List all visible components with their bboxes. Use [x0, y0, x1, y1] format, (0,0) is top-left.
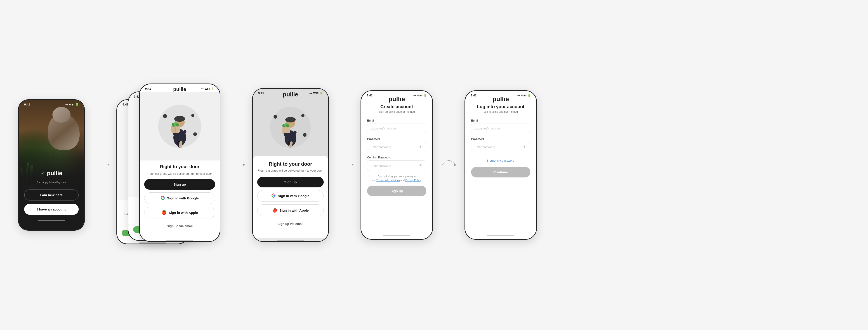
legal-text: By continuing, you are agreeing to our T… [367, 174, 426, 182]
brand-tagline: for happy & healthy cats [24, 181, 79, 184]
confirm-placeholder: Enter password [371, 164, 391, 167]
signup-button[interactable]: Sign up [144, 179, 215, 190]
password-placeholder: Enter password [371, 145, 391, 149]
time-5: 9:41 [258, 91, 264, 95]
have-account-button[interactable]: I have an account [24, 204, 79, 215]
wifi-icon: WiFi [69, 103, 74, 106]
home-indicator-5 [277, 240, 304, 241]
svg-point-50 [285, 117, 296, 122]
arrow-3 [338, 165, 351, 165]
screen5-bottom: Right to your door Fresh cat grass will … [253, 156, 328, 239]
email-input[interactable]: example@mail.com [367, 123, 426, 133]
screen-create-account: 9:41 ▪▪▪ WiFi 🔋 pullie Create account Si… [361, 90, 433, 240]
screen-welcome: 9:41 ▪▪▪ WiFi 🔋 [18, 99, 85, 231]
create-account-submit-button[interactable]: Sign up [367, 186, 426, 196]
login-email-input[interactable]: example@mail.com [471, 123, 530, 133]
confirm-label: Confirm Password [367, 156, 426, 159]
terms-link[interactable]: Terms and conditions [376, 179, 400, 182]
curved-arrow-svg [440, 154, 458, 176]
password-input[interactable]: Enter password 👁 [367, 142, 426, 152]
login-password-placeholder: Enter password [475, 145, 495, 149]
screen4-content: 9:41 ▪▪▪ WiFi 🔋 pullie [140, 84, 220, 241]
battery-icon-5: 🔋 [320, 92, 323, 94]
screen5-content: 9:41 ▪▪▪ WiFi 🔋 pullie [253, 89, 328, 241]
apple-signin-label: Sign in with Apple [168, 211, 198, 215]
i-am-new-button[interactable]: I am new here [24, 189, 79, 200]
screen4-desc: Fresh cat grass will be delivered right … [144, 171, 215, 176]
login-email-placeholder: example@mail.com [475, 127, 500, 130]
screen5-apple-button[interactable]: 🍎 Sign in with Apple [257, 204, 324, 216]
login-eye-icon[interactable]: 👁 [523, 145, 527, 149]
signal-icon-5: ▪▪▪ [309, 92, 312, 94]
screen6-subtitle[interactable]: Sign up using another method [367, 110, 426, 113]
svg-point-58 [286, 124, 289, 128]
status-bar-5: 9:41 ▪▪▪ WiFi 🔋 [253, 89, 328, 97]
screen5-desc: Fresh cat grass will be delivered right … [257, 168, 324, 173]
curved-arrow [440, 154, 458, 176]
svg-point-33 [174, 116, 185, 122]
screen7-subtitle[interactable]: Log in using another method [471, 110, 530, 113]
google-icon-2 [272, 194, 276, 198]
status-bar-6: 9:41 ▪▪▪ WiFi 🔋 [361, 91, 432, 99]
status-icons-1: ▪▪▪ WiFi 🔋 [65, 103, 79, 106]
screen-onboarding-3: 9:41 ▪▪▪ WiFi 🔋 pullie [139, 84, 220, 242]
screens-wrapper: 9:41 ▪▪▪ WiFi 🔋 [18, 84, 850, 246]
screen5-google-label: Sign in with Google [278, 194, 309, 198]
screen4-buttons: Sign up Sign in with Google [140, 176, 220, 238]
screen5-google-button[interactable]: Sign in with Google [257, 190, 324, 202]
confirm-eye-icon[interactable]: 👁 [419, 164, 423, 168]
screen4-illustration [140, 92, 220, 161]
svg-point-41 [176, 123, 179, 127]
screen5-title: Right to your door [257, 161, 324, 167]
google-signin-button[interactable]: Sign in with Google [144, 192, 215, 204]
password-label: Password [367, 137, 426, 140]
wifi-icon-5: WiFi [313, 92, 318, 94]
wifi-icon-6: WiFi [417, 94, 423, 97]
login-password-input[interactable]: Enter password 👁 [471, 142, 530, 152]
login-submit-button[interactable]: Continue [471, 167, 530, 177]
battery-icon: 🔋 [75, 103, 79, 106]
screen5-signup-button[interactable]: Sign up [257, 177, 324, 187]
status-bar-7: 9:41 ▪▪▪ WiFi 🔋 [465, 91, 536, 99]
status-bar-1: 9:41 ▪▪▪ WiFi 🔋 [19, 100, 84, 108]
home-indicator-2 [139, 242, 166, 244]
privacy-link[interactable]: Privacy Policy [405, 179, 421, 182]
screen5-apple-label: Sign in with Apple [279, 209, 309, 212]
status-bar-4: 9:41 ▪▪▪ WiFi 🔋 [140, 84, 220, 92]
home-indicator-7 [487, 235, 514, 236]
status-icons-7: ▪▪▪ WiFi 🔋 [518, 94, 531, 97]
forgot-password-link[interactable]: I forgot my password [471, 159, 530, 162]
svg-point-43 [191, 114, 194, 117]
home-indicator-6 [383, 235, 410, 236]
screen5-email-button[interactable]: Sign up via email [257, 219, 324, 229]
battery-icon-4: 🔋 [211, 87, 214, 90]
time-1: 9:41 [24, 103, 30, 106]
delivery-illustration-3 [268, 103, 313, 152]
screen1-bottom: ✓ pullie for happy & healthy cats I am n… [19, 147, 84, 230]
google-icon [161, 196, 165, 200]
login-form: pullie Log into your account Log in usin… [465, 91, 536, 233]
screen6-content: 9:41 ▪▪▪ WiFi 🔋 pullie Create account Si… [361, 91, 432, 239]
signal-icon-7: ▪▪▪ [518, 94, 520, 97]
confirm-password-input[interactable]: Enter password 👁 [367, 161, 426, 171]
screen1-content: 9:41 ▪▪▪ WiFi 🔋 [19, 100, 84, 230]
screen-signup-options: 9:41 ▪▪▪ WiFi 🔋 pullie [252, 88, 329, 242]
svg-marker-62 [454, 164, 457, 166]
wifi-icon-7: WiFi [521, 94, 526, 97]
apple-signin-button[interactable]: 🍎 Sign in with Apple [144, 207, 215, 218]
signal-icon: ▪▪▪ [65, 103, 68, 106]
signup-email-button[interactable]: Sign up via email [144, 221, 215, 231]
google-signin-label: Sign in with Google [167, 196, 199, 200]
screen5-illustration [253, 99, 328, 156]
email-placeholder: example@mail.com [371, 127, 397, 130]
battery-icon-7: 🔋 [528, 94, 531, 97]
arrow-2 [229, 165, 243, 165]
time-4: 9:41 [145, 87, 151, 90]
svg-point-42 [163, 114, 167, 118]
logo-icon: ✓ [41, 170, 45, 176]
home-indicator-4 [166, 240, 193, 241]
screen7-content: 9:41 ▪▪▪ WiFi 🔋 pullie Log into your acc… [465, 91, 536, 239]
apple-icon-2: 🍎 [272, 208, 277, 213]
cat-head [53, 107, 70, 123]
password-eye-icon[interactable]: 👁 [419, 145, 423, 149]
